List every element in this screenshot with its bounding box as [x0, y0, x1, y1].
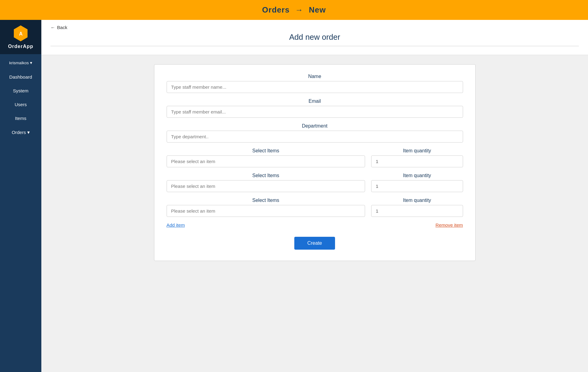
create-btn-wrapper: Create [167, 237, 463, 250]
item-row-2: Select Items Item quantity [167, 173, 463, 192]
select-items-label-3: Select Items [167, 198, 365, 203]
sidebar-item-items[interactable]: Items [15, 116, 26, 121]
form-card: Name Email Department Select Items [154, 64, 476, 261]
sidebar-user-chevron: ▾ [30, 60, 32, 65]
select-items-input-2[interactable] [167, 180, 365, 192]
item-quantity-label-2: Item quantity [371, 173, 463, 178]
select-items-label-2: Select Items [167, 173, 365, 178]
logo-text: OrderApp [8, 44, 33, 49]
sidebar-username: krismalkos [9, 61, 29, 65]
item-quantity-input-3[interactable] [371, 205, 463, 217]
item-row-2-left: Select Items [167, 173, 365, 192]
item-quantity-label-3: Item quantity [371, 198, 463, 203]
back-arrow-icon: ← [51, 25, 55, 30]
item-quantity-label-1: Item quantity [371, 148, 463, 154]
item-row-1: Select Items Item quantity [167, 148, 463, 167]
select-items-input-3[interactable] [167, 205, 365, 217]
orders-chevron: ▾ [27, 129, 30, 135]
form-wrapper: Name Email Department Select Items [41, 55, 588, 372]
department-group: Department [167, 123, 463, 143]
svg-text:A: A [19, 31, 23, 36]
page-header: ← Back Add new order [41, 20, 588, 55]
main-content: ← Back Add new order Name Email [41, 20, 588, 372]
sidebar-logo: A OrderApp [0, 20, 41, 54]
item-row-1-right: Item quantity [371, 148, 463, 167]
logo-icon: A [13, 25, 29, 41]
name-group: Name [167, 74, 463, 93]
department-label: Department [167, 123, 463, 129]
sidebar-item-dashboard[interactable]: Dashboard [9, 74, 32, 80]
sidebar-item-system[interactable]: System [13, 88, 28, 93]
item-row-1-left: Select Items [167, 148, 365, 167]
back-label: Back [57, 25, 67, 30]
email-label: Email [167, 99, 463, 104]
sidebar-user[interactable]: krismalkos ▾ [9, 60, 32, 65]
email-group: Email [167, 99, 463, 118]
top-bar: Orders → New [0, 0, 588, 20]
item-quantity-input-1[interactable] [371, 155, 463, 167]
sidebar-item-orders[interactable]: Orders ▾ [12, 129, 29, 135]
topbar-title: Orders [262, 6, 290, 14]
item-row-2-right: Item quantity [371, 173, 463, 192]
topbar-subtitle: New [309, 6, 326, 14]
item-row-3: Select Items Item quantity [167, 198, 463, 217]
page-title: Add new order [51, 33, 579, 45]
action-links: Add item Remove item [167, 222, 463, 234]
create-button[interactable]: Create [294, 237, 335, 250]
sidebar-nav: Dashboard System Users Items Orders ▾ [0, 74, 41, 135]
department-input[interactable] [167, 131, 463, 143]
title-divider [51, 46, 579, 46]
remove-item-button[interactable]: Remove item [435, 222, 463, 228]
item-row-3-left: Select Items [167, 198, 365, 217]
add-item-button[interactable]: Add item [167, 222, 185, 228]
sidebar: A OrderApp krismalkos ▾ Dashboard System… [0, 20, 41, 372]
sidebar-item-users[interactable]: Users [15, 102, 27, 107]
name-input[interactable] [167, 81, 463, 93]
back-link[interactable]: ← Back [51, 25, 67, 30]
name-label: Name [167, 74, 463, 79]
email-input[interactable] [167, 106, 463, 118]
select-items-label-1: Select Items [167, 148, 365, 154]
item-row-3-right: Item quantity [371, 198, 463, 217]
topbar-arrow: → [295, 6, 303, 14]
item-quantity-input-2[interactable] [371, 180, 463, 192]
select-items-input-1[interactable] [167, 155, 365, 167]
